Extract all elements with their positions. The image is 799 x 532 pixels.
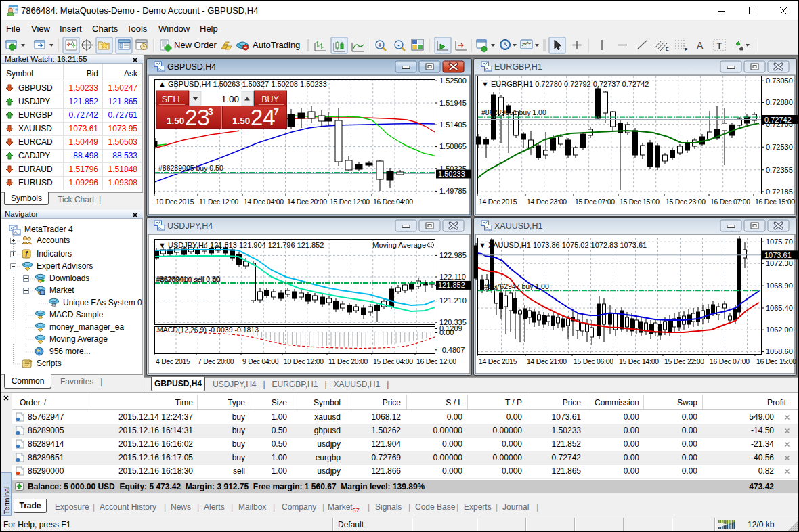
- svg-text:1075.70: 1075.70: [766, 238, 793, 246]
- svg-text:10 Dec 12:00: 10 Dec 12:00: [284, 358, 324, 365]
- svg-text:-: -: [397, 41, 400, 49]
- svg-text:24: 24: [251, 105, 276, 130]
- svg-text:▼ XAUUSD,H1 1073.86 1075.02 1: ▼ XAUUSD,H1 1073.86 1075.02 1072.83 1073…: [479, 241, 647, 249]
- svg-text:0.72355: 0.72355: [766, 166, 793, 174]
- svg-text:#86289005 buy 0.50: #86289005 buy 0.50: [158, 164, 223, 172]
- svg-text:16 Dec 07:00: 16 Dec 07:00: [710, 358, 750, 365]
- svg-text:#86289651 buy 1.00: #86289651 buy 1.00: [481, 108, 546, 116]
- svg-text:0.72185: 0.72185: [766, 187, 793, 196]
- svg-text:14 Dec 23:00: 14 Dec 23:00: [527, 198, 567, 206]
- svg-text:1.49785: 1.49785: [439, 187, 467, 195]
- svg-text:BUY: BUY: [261, 95, 279, 104]
- svg-text:Moving Average: Moving Average: [372, 241, 426, 249]
- svg-text:14 Dec 2015: 14 Dec 2015: [479, 358, 517, 365]
- svg-text:1.52500: 1.52500: [439, 76, 467, 85]
- svg-text:15 Dec 12:00: 15 Dec 12:00: [330, 198, 370, 206]
- svg-text:1062.00: 1062.00: [766, 326, 793, 334]
- svg-text:9 Dec 04:00: 9 Dec 04:00: [242, 358, 279, 365]
- svg-text:122.110: 122.110: [439, 273, 466, 281]
- svg-text:1.50: 1.50: [232, 116, 250, 126]
- svg-text:7: 7: [274, 106, 279, 117]
- svg-text:1072.30: 1072.30: [766, 259, 793, 267]
- svg-text:0.00: 0.00: [439, 328, 454, 336]
- svg-text:1058.60: 1058.60: [766, 347, 793, 355]
- svg-text:10 Dec 2015: 10 Dec 2015: [156, 198, 194, 206]
- svg-text:F: F: [685, 47, 688, 52]
- svg-text:4 Dec 2015: 4 Dec 2015: [156, 358, 190, 365]
- svg-text:16 Dec 04:00: 16 Dec 04:00: [373, 198, 413, 206]
- svg-text:15 Dec 04:00: 15 Dec 04:00: [373, 358, 413, 365]
- svg-text:121.210: 121.210: [439, 296, 467, 305]
- svg-text:15 Dec 22:00: 15 Dec 22:00: [664, 358, 704, 365]
- svg-text:New Order: New Order: [174, 40, 217, 50]
- svg-text:1.51945: 1.51945: [439, 99, 467, 107]
- svg-text:SELL: SELL: [162, 95, 183, 104]
- svg-text:1073.61: 1073.61: [764, 251, 792, 259]
- svg-text:11 Dec 20:00: 11 Dec 20:00: [328, 358, 368, 365]
- svg-text:15 Dec 14:00: 15 Dec 14:00: [619, 358, 659, 365]
- svg-text:15 Dec 23:00: 15 Dec 23:00: [666, 198, 706, 206]
- svg-text:EURGBP,H1: EURGBP,H1: [494, 62, 542, 72]
- svg-text:11 Dec 12:00: 11 Dec 12:00: [199, 198, 239, 206]
- svg-text:14 Dec 04:00: 14 Dec 04:00: [244, 198, 284, 206]
- svg-text:+: +: [378, 41, 382, 49]
- svg-text:E: E: [666, 47, 669, 51]
- svg-text:15 Dec 07:00: 15 Dec 07:00: [575, 198, 615, 206]
- svg-text:16 Dec 15:00: 16 Dec 15:00: [755, 198, 795, 206]
- svg-text:#86290000 sell 1.00: #86290000 sell 1.00: [156, 275, 221, 284]
- svg-text:0.72742: 0.72742: [764, 116, 792, 124]
- svg-text:3: 3: [208, 106, 213, 117]
- svg-text:15 Dec 06:00: 15 Dec 06:00: [574, 358, 613, 365]
- svg-text:USDJPY,H4: USDJPY,H4: [167, 221, 213, 231]
- svg-text:14 Dec 2015: 14 Dec 2015: [479, 198, 517, 206]
- svg-text:7 Dec 20:00: 7 Dec 20:00: [198, 358, 234, 365]
- svg-text:1.00: 1.00: [221, 94, 239, 104]
- svg-text:1068.90: 1068.90: [766, 282, 793, 290]
- svg-text:0.72530: 0.72530: [766, 143, 793, 151]
- svg-text:16 Dec 12:00: 16 Dec 12:00: [416, 358, 456, 365]
- svg-text:16 Dec 15:00: 16 Dec 15:00: [756, 358, 796, 365]
- svg-text:23: 23: [185, 105, 210, 130]
- svg-text:1.50865: 1.50865: [439, 142, 467, 150]
- svg-text:▼ USDJPY,H4 121.813 121.904 1: ▼ USDJPY,H4 121.813 121.904 121.796 121.…: [158, 241, 324, 249]
- svg-text:0.73050: 0.73050: [766, 76, 793, 85]
- svg-text:1065.40: 1065.40: [766, 304, 793, 312]
- svg-text:-0.4807: -0.4807: [439, 346, 465, 354]
- svg-text:A: A: [697, 40, 704, 51]
- svg-text:14 Dec 21:00: 14 Dec 21:00: [527, 358, 567, 365]
- svg-text:16 Dec 07:00: 16 Dec 07:00: [710, 198, 750, 206]
- svg-text:14 Dec 20:00: 14 Dec 20:00: [287, 198, 327, 206]
- svg-text:1.51405: 1.51405: [439, 120, 467, 129]
- svg-text:1.50: 1.50: [167, 116, 184, 126]
- svg-text:▼ EURGBP,H1 0.72780 0.72792 0: ▼ EURGBP,H1 0.72780 0.72792 0.72737 0.72…: [481, 80, 649, 88]
- svg-text:121.852: 121.852: [438, 281, 465, 289]
- svg-text:T: T: [717, 41, 722, 51]
- svg-text:0.72880: 0.72880: [766, 98, 793, 106]
- svg-text:GBPUSD,H4: GBPUSD,H4: [167, 62, 216, 72]
- svg-text:▲ GBPUSD,H4 1.50263 1.50327 1: ▲ GBPUSD,H4 1.50263 1.50327 1.50208 1.50…: [158, 80, 327, 88]
- svg-text:15 Dec 15:00: 15 Dec 15:00: [620, 198, 660, 206]
- svg-text:1.50233: 1.50233: [438, 170, 465, 178]
- svg-text:XAUUSD,H1: XAUUSD,H1: [494, 221, 543, 231]
- svg-text:AutoTrading: AutoTrading: [253, 40, 300, 50]
- svg-text:#85762947 buy 1.00: #85762947 buy 1.00: [484, 282, 549, 290]
- svg-text:122.985: 122.985: [439, 251, 467, 259]
